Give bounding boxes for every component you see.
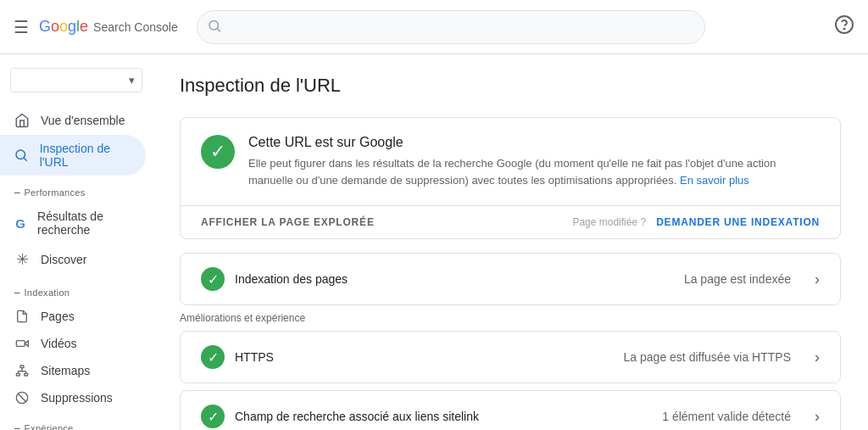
svg-rect-9 bbox=[16, 373, 19, 376]
svg-point-4 bbox=[16, 150, 25, 159]
sidebar-item-videos[interactable]: Vidéos bbox=[0, 330, 146, 357]
card-action-right: Page modifiée ? DEMANDER UNE INDEXATION bbox=[572, 216, 820, 228]
sitemap-icon bbox=[14, 364, 31, 377]
logo-letter-g2: g bbox=[68, 18, 76, 35]
sidebar-label-discover: Discover bbox=[41, 253, 86, 266]
https-card-header[interactable]: ✓ HTTPS La page est diffusée via HTTPS › bbox=[181, 332, 840, 383]
sidebar-label-sitemaps: Sitemaps bbox=[41, 364, 90, 377]
sidebar-label-resultats: Résultats de recherche bbox=[37, 209, 136, 237]
https-status-icon: ✓ bbox=[201, 345, 225, 369]
logo-letter-o2: o bbox=[59, 18, 68, 35]
explore-page-button[interactable]: AFFICHER LA PAGE EXPLORÉE bbox=[201, 216, 375, 228]
improvements-label: Améliorations et expérience bbox=[180, 312, 841, 324]
status-description: Elle peut figurer dans les résultats de … bbox=[248, 155, 820, 188]
sidebar-item-suppressions[interactable]: Suppressions bbox=[0, 384, 146, 411]
topbar: ☰ Google Search Console bbox=[0, 0, 868, 54]
sidebar-item-pages[interactable]: Pages bbox=[0, 303, 146, 330]
sidebar-item-discover[interactable]: ✳ Discover bbox=[0, 243, 146, 276]
svg-rect-10 bbox=[25, 373, 28, 376]
logo-letter-o1: o bbox=[51, 18, 59, 35]
check-icon-https: ✓ bbox=[208, 349, 219, 366]
check-icon-sitelink: ✓ bbox=[208, 409, 219, 425]
url-search-input[interactable] bbox=[197, 10, 705, 44]
page-title: Inspection de l'URL bbox=[180, 75, 841, 97]
indexation-card[interactable]: ✓ Indexation des pages La page est index… bbox=[180, 253, 841, 305]
sidebar-section-experience: Expérience bbox=[0, 411, 153, 430]
svg-line-16 bbox=[18, 394, 25, 401]
status-card-body: ✓ Cette URL est sur Google Elle peut fig… bbox=[181, 118, 840, 205]
https-card[interactable]: ✓ HTTPS La page est diffusée via HTTPS › bbox=[180, 331, 841, 383]
suppress-icon bbox=[14, 391, 31, 405]
main-wrap: ▾ Vue d'ensemble Inspection de l'URL Per… bbox=[0, 54, 868, 430]
sitelink-value: 1 élément valide détecté bbox=[662, 410, 791, 423]
sidebar-label-vue-ensemble: Vue d'ensemble bbox=[41, 114, 125, 127]
logo: Google Search Console bbox=[39, 18, 178, 36]
sidebar-label-inspection: Inspection de l'URL bbox=[40, 142, 136, 169]
svg-point-0 bbox=[209, 20, 219, 30]
search-icon bbox=[207, 18, 222, 36]
status-content: Cette URL est sur Google Elle peut figur… bbox=[248, 135, 820, 188]
indexation-status-icon: ✓ bbox=[201, 267, 225, 291]
topbar-left: ☰ Google Search Console bbox=[14, 17, 183, 37]
sidebar-item-sitemaps[interactable]: Sitemaps bbox=[0, 357, 146, 384]
status-success-icon: ✓ bbox=[201, 135, 235, 169]
logo-product-name: Search Console bbox=[93, 20, 178, 34]
checkmark-icon: ✓ bbox=[210, 141, 225, 163]
svg-line-1 bbox=[217, 28, 220, 31]
help-icon[interactable] bbox=[834, 14, 854, 39]
property-selector[interactable]: ▾ bbox=[10, 68, 142, 92]
sitelink-card-header[interactable]: ✓ Champ de recherche associé aux liens s… bbox=[181, 391, 840, 430]
chevron-right-icon-https: › bbox=[815, 349, 820, 366]
sidebar-label-pages: Pages bbox=[41, 310, 75, 323]
inspect-icon bbox=[14, 148, 30, 163]
hamburger-icon[interactable]: ☰ bbox=[14, 17, 29, 37]
google-g-icon: G bbox=[14, 216, 27, 231]
main-content: Inspection de l'URL ✓ Cette URL est sur … bbox=[153, 54, 868, 430]
home-icon bbox=[14, 113, 31, 128]
indexation-title: Indexation des pages bbox=[235, 272, 674, 286]
svg-line-5 bbox=[25, 158, 27, 160]
dropdown-icon: ▾ bbox=[129, 74, 135, 87]
learn-more-link[interactable]: En savoir plus bbox=[680, 174, 749, 187]
request-indexation-button[interactable]: DEMANDER UNE INDEXATION bbox=[656, 216, 820, 228]
sitelink-title: Champ de recherche associé aux liens sit… bbox=[235, 410, 652, 423]
page-modified-label: Page modifiée ? bbox=[572, 216, 646, 228]
sidebar: ▾ Vue d'ensemble Inspection de l'URL Per… bbox=[0, 54, 153, 430]
sidebar-label-videos: Vidéos bbox=[41, 337, 77, 350]
check-icon: ✓ bbox=[208, 271, 219, 288]
https-value: La page est diffusée via HTTPS bbox=[624, 350, 791, 364]
sidebar-section-indexation: Indexation bbox=[0, 276, 153, 303]
https-title: HTTPS bbox=[235, 350, 614, 364]
sidebar-section-performances: Performances bbox=[0, 176, 153, 203]
logo-letter-g: G bbox=[39, 18, 51, 35]
logo-letter-e: e bbox=[80, 18, 88, 35]
sitelink-status-icon: ✓ bbox=[201, 405, 225, 428]
card-actions: AFFICHER LA PAGE EXPLORÉE Page modifiée … bbox=[181, 205, 840, 238]
url-search-bar bbox=[197, 10, 705, 44]
svg-rect-8 bbox=[20, 366, 24, 368]
status-card: ✓ Cette URL est sur Google Elle peut fig… bbox=[180, 117, 841, 239]
chevron-down-icon: › bbox=[815, 271, 820, 288]
sidebar-item-vue-ensemble[interactable]: Vue d'ensemble bbox=[0, 106, 146, 135]
video-icon bbox=[14, 337, 31, 350]
svg-rect-6 bbox=[16, 341, 25, 347]
sidebar-item-resultats[interactable]: G Résultats de recherche bbox=[0, 203, 146, 243]
status-title: Cette URL est sur Google bbox=[248, 135, 820, 150]
sidebar-item-inspection-url[interactable]: Inspection de l'URL bbox=[0, 135, 146, 176]
indexation-value: La page est indexée bbox=[684, 272, 791, 286]
discover-icon: ✳ bbox=[14, 250, 31, 269]
pages-icon bbox=[14, 310, 31, 323]
chevron-right-icon-sitelink: › bbox=[815, 408, 820, 426]
indexation-card-header[interactable]: ✓ Indexation des pages La page est index… bbox=[181, 254, 840, 304]
sidebar-label-suppressions: Suppressions bbox=[41, 391, 113, 405]
sitelink-card[interactable]: ✓ Champ de recherche associé aux liens s… bbox=[180, 390, 841, 430]
